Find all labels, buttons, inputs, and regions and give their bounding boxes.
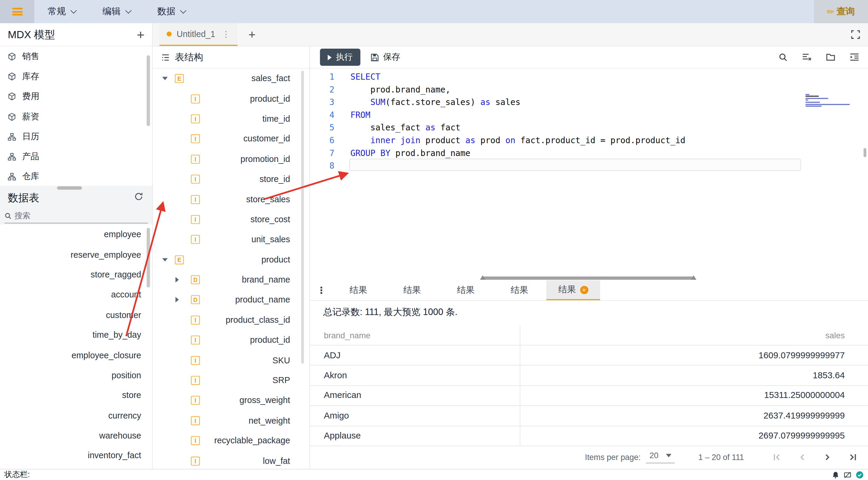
open-file-button[interactable] — [826, 53, 835, 62]
next-page-button[interactable] — [820, 450, 835, 465]
items-per-page-select[interactable]: 20 — [646, 451, 675, 463]
tree-item[interactable]: Iproduct_id — [153, 330, 309, 350]
chevron-down-icon[interactable] — [162, 258, 168, 261]
table-item[interactable]: customer — [0, 305, 152, 325]
chevron-right-icon[interactable] — [175, 297, 179, 303]
clear-format-button[interactable] — [802, 53, 811, 62]
results-hscrollbar[interactable] — [483, 277, 693, 280]
new-tab-button[interactable]: + — [249, 23, 256, 46]
chevron-right-icon[interactable] — [175, 277, 179, 283]
tree-item[interactable]: Iproduct_id — [153, 89, 309, 109]
table-list-scrollbar[interactable] — [147, 228, 150, 287]
menu-item[interactable]: 数据 — [157, 6, 185, 18]
tree-item[interactable]: Irecyclable_package — [153, 431, 309, 451]
search-code-button[interactable] — [778, 53, 788, 62]
search-input[interactable]: 搜索 — [4, 209, 148, 224]
results-tab-label: 结果 — [457, 284, 475, 296]
chevron-down-icon[interactable] — [162, 77, 168, 80]
hamburger-menu-button[interactable] — [0, 0, 34, 23]
table-row[interactable]: ADJ1609.0799999999977 — [310, 345, 868, 366]
table-item[interactable]: warehouse — [0, 426, 152, 446]
tree-item[interactable]: Dbrand_name — [153, 270, 309, 290]
model-item[interactable]: 产品 — [0, 147, 152, 167]
code-line[interactable]: 7GROUP BY prod.brand_name — [310, 146, 868, 159]
run-button[interactable]: 执行 — [320, 48, 360, 66]
tree-item[interactable]: Eproduct — [153, 250, 309, 270]
model-item[interactable]: 销售 — [0, 46, 152, 67]
prev-page-button[interactable] — [795, 450, 809, 465]
table-item[interactable]: store — [0, 385, 152, 405]
query-button[interactable]: ✏ 查询 — [814, 0, 868, 23]
fullscreen-button[interactable] — [851, 23, 868, 46]
tree-item[interactable]: Iunit_sales — [153, 230, 309, 249]
table-row[interactable]: Amigo2637.419999999999 — [310, 406, 868, 426]
tree-item[interactable]: Ipromotion_id — [153, 149, 309, 169]
table-row[interactable]: Applause2697.0799999999995 — [310, 426, 868, 446]
tab-untitled-1[interactable]: Untitled_1 ⋮ — [159, 23, 238, 46]
model-item[interactable]: 仓库 — [0, 167, 152, 185]
table-item[interactable]: employee_closure — [0, 345, 152, 365]
code-line[interactable]: 5 sales_fact as fact — [310, 121, 868, 134]
tree-item[interactable]: Istore_id — [153, 169, 309, 189]
results-tab[interactable]: 结果 — [385, 280, 439, 300]
tree-item[interactable]: Icustomer_id — [153, 129, 309, 149]
table-row[interactable]: American15311.25000000004 — [310, 386, 868, 406]
tree-item[interactable]: Dproduct_name — [153, 290, 309, 310]
table-item[interactable]: inventory_fact — [0, 446, 152, 466]
model-item[interactable]: 日历 — [0, 127, 152, 147]
table-item[interactable]: position — [0, 366, 152, 385]
connection-status-icon[interactable] — [856, 471, 864, 479]
model-list-hscrollbar[interactable] — [57, 186, 82, 190]
table-row[interactable]: Akron1853.64 — [310, 366, 868, 386]
add-model-button[interactable]: + — [137, 28, 145, 41]
tree-item[interactable]: ISRP — [153, 370, 309, 390]
cell-brand-name: Amigo — [310, 406, 520, 426]
model-list-scrollbar[interactable] — [147, 55, 150, 126]
results-tab[interactable]: 结果 — [439, 280, 493, 300]
model-item[interactable]: 费用 — [0, 87, 152, 106]
code-line[interactable]: 4FROM — [310, 108, 868, 121]
first-page-button[interactable] — [769, 450, 784, 465]
tree-item[interactable]: Istore_cost — [153, 209, 309, 230]
schema-tree-scrollbar[interactable] — [301, 71, 304, 364]
tree-item[interactable]: Igross_weight — [153, 390, 309, 411]
tree-item[interactable]: Inet_weight — [153, 411, 309, 431]
results-tab[interactable]: 结果 — [332, 280, 385, 300]
last-page-button[interactable] — [846, 450, 860, 465]
code-editor[interactable]: 1SELECT2 prod.brand_name,3 SUM(fact.stor… — [310, 69, 868, 275]
menu-item[interactable]: 编辑 — [102, 6, 131, 18]
table-item[interactable]: account — [0, 285, 152, 305]
code-line[interactable]: 3 SUM(fact.store_sales) as sales — [310, 96, 868, 109]
tree-item[interactable]: Esales_fact — [153, 69, 309, 89]
close-icon[interactable]: × — [580, 285, 588, 294]
tab-kebab-menu-icon[interactable]: ⋮ — [222, 29, 230, 39]
table-item[interactable]: store_ragged — [0, 265, 152, 284]
model-item[interactable]: 库存 — [0, 67, 152, 87]
code-line[interactable]: 1SELECT — [310, 70, 868, 83]
table-item[interactable]: time_by_day — [0, 325, 152, 345]
tree-item[interactable]: Ilow_fat — [153, 451, 309, 469]
code-line[interactable]: 8 — [310, 159, 868, 172]
tree-item[interactable]: Iproduct_class_id — [153, 310, 309, 330]
tree-structure-icon — [161, 53, 170, 62]
privacy-icon[interactable] — [843, 471, 851, 478]
refresh-button[interactable] — [134, 192, 143, 201]
tree-item[interactable]: Istore_sales — [153, 189, 309, 209]
model-item[interactable]: 薪资 — [0, 106, 152, 127]
results-tab[interactable]: 结果 — [493, 280, 546, 300]
results-kebab-menu-icon[interactable]: ⋮ — [310, 280, 332, 300]
top-menubar: 常规编辑数据 ✏ 查询 — [0, 0, 868, 23]
app-window: 常规编辑数据 ✏ 查询 MDX 模型 + Untitled_1 ⋮ + 销售库存… — [0, 0, 868, 480]
results-tab[interactable]: 结果× — [546, 280, 600, 300]
code-line[interactable]: 6 inner join product as prod on fact.pro… — [310, 134, 868, 146]
menu-item[interactable]: 常规 — [48, 6, 76, 18]
code-line[interactable]: 2 prod.brand_name, — [310, 83, 868, 96]
save-button[interactable]: 保存 — [370, 51, 400, 63]
format-sql-button[interactable] — [850, 53, 859, 62]
table-item[interactable]: employee — [0, 224, 152, 244]
tree-item[interactable]: ISKU — [153, 350, 309, 370]
table-item[interactable]: currency — [0, 405, 152, 425]
notification-bell-icon[interactable] — [832, 471, 839, 479]
table-item[interactable]: reserve_employee — [0, 245, 152, 265]
tree-item[interactable]: Itime_id — [153, 109, 309, 129]
